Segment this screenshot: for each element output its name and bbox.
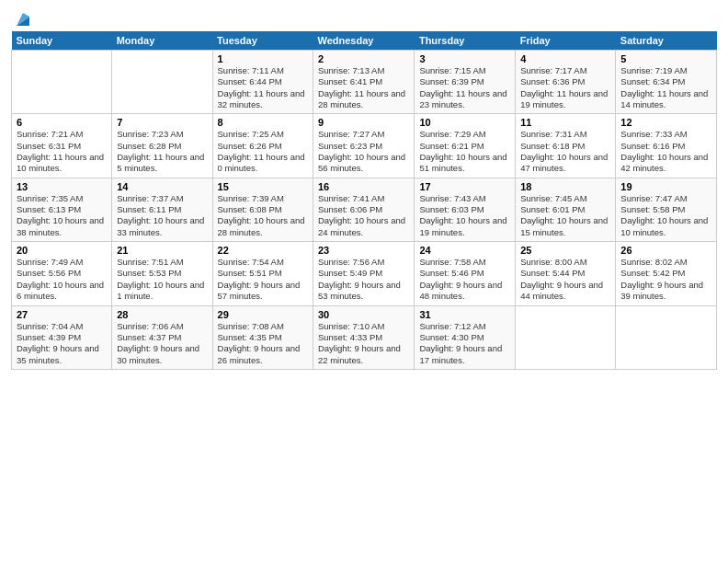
- calendar-cell-3-3: 23Sunrise: 7:56 AM Sunset: 5:49 PM Dayli…: [313, 242, 414, 305]
- calendar-cell-3-5: 25Sunrise: 8:00 AM Sunset: 5:44 PM Dayli…: [516, 242, 616, 305]
- calendar-cell-3-6: 26Sunrise: 8:02 AM Sunset: 5:42 PM Dayli…: [616, 242, 717, 305]
- cell-date: 11: [520, 117, 610, 128]
- calendar-cell-0-3: 2Sunrise: 7:13 AM Sunset: 6:41 PM Daylig…: [313, 51, 414, 114]
- cell-info: Sunrise: 7:11 AM Sunset: 6:44 PM Dayligh…: [218, 65, 308, 110]
- calendar-cell-4-2: 29Sunrise: 7:08 AM Sunset: 4:35 PM Dayli…: [212, 305, 313, 369]
- cell-info: Sunrise: 7:41 AM Sunset: 6:06 PM Dayligh…: [318, 193, 409, 238]
- cell-date: 26: [620, 245, 711, 256]
- calendar-row-4: 27Sunrise: 7:04 AM Sunset: 4:39 PM Dayli…: [12, 305, 717, 369]
- header-row: Sunday Monday Tuesday Wednesday Thursday…: [12, 31, 717, 51]
- cell-info: Sunrise: 7:27 AM Sunset: 6:23 PM Dayligh…: [318, 129, 409, 174]
- calendar-cell-0-6: 5Sunrise: 7:19 AM Sunset: 6:34 PM Daylig…: [616, 51, 717, 114]
- cell-info: Sunrise: 7:58 AM Sunset: 5:46 PM Dayligh…: [419, 257, 510, 302]
- cell-info: Sunrise: 7:54 AM Sunset: 5:51 PM Dayligh…: [218, 257, 308, 302]
- calendar-cell-2-1: 14Sunrise: 7:37 AM Sunset: 6:11 PM Dayli…: [112, 178, 212, 241]
- calendar-cell-3-1: 21Sunrise: 7:51 AM Sunset: 5:53 PM Dayli…: [112, 242, 212, 305]
- cell-info: Sunrise: 7:23 AM Sunset: 6:28 PM Dayligh…: [117, 129, 207, 174]
- cell-date: 9: [318, 117, 409, 128]
- cell-info: Sunrise: 8:02 AM Sunset: 5:42 PM Dayligh…: [620, 257, 711, 302]
- cell-date: 22: [218, 245, 308, 256]
- calendar-cell-1-1: 7Sunrise: 7:23 AM Sunset: 6:28 PM Daylig…: [112, 114, 212, 178]
- calendar-cell-0-4: 3Sunrise: 7:15 AM Sunset: 6:39 PM Daylig…: [415, 51, 516, 114]
- calendar-row-3: 20Sunrise: 7:49 AM Sunset: 5:56 PM Dayli…: [12, 242, 717, 305]
- calendar-cell-4-5: [516, 305, 616, 369]
- calendar-row-2: 13Sunrise: 7:35 AM Sunset: 6:13 PM Dayli…: [12, 178, 717, 241]
- calendar-cell-1-3: 9Sunrise: 7:27 AM Sunset: 6:23 PM Daylig…: [313, 114, 414, 178]
- cell-date: 20: [17, 245, 107, 256]
- cell-info: Sunrise: 7:33 AM Sunset: 6:16 PM Dayligh…: [620, 129, 711, 174]
- cell-date: 14: [117, 181, 207, 192]
- cell-date: 16: [318, 181, 409, 192]
- header-saturday: Saturday: [616, 31, 717, 51]
- calendar-cell-3-2: 22Sunrise: 7:54 AM Sunset: 5:51 PM Dayli…: [212, 242, 313, 305]
- calendar-cell-0-1: [112, 51, 212, 114]
- cell-info: Sunrise: 7:19 AM Sunset: 6:34 PM Dayligh…: [620, 65, 711, 110]
- cell-date: 23: [318, 245, 409, 256]
- cell-date: 15: [218, 181, 308, 192]
- calendar-cell-4-4: 31Sunrise: 7:12 AM Sunset: 4:30 PM Dayli…: [415, 305, 516, 369]
- logo-icon: [13, 9, 33, 29]
- cell-date: 12: [620, 117, 711, 128]
- cell-date: 21: [117, 245, 207, 256]
- calendar-cell-2-6: 19Sunrise: 7:47 AM Sunset: 5:58 PM Dayli…: [616, 178, 717, 241]
- header-monday: Monday: [112, 31, 212, 51]
- calendar-cell-0-5: 4Sunrise: 7:17 AM Sunset: 6:36 PM Daylig…: [516, 51, 616, 114]
- cell-date: 7: [117, 117, 207, 128]
- cell-date: 28: [117, 309, 207, 320]
- cell-info: Sunrise: 7:12 AM Sunset: 4:30 PM Dayligh…: [419, 321, 510, 366]
- calendar-page: Sunday Monday Tuesday Wednesday Thursday…: [0, 0, 728, 563]
- cell-info: Sunrise: 7:08 AM Sunset: 4:35 PM Dayligh…: [218, 321, 308, 366]
- cell-info: Sunrise: 8:00 AM Sunset: 5:44 PM Dayligh…: [520, 257, 610, 302]
- logo: [11, 9, 33, 26]
- cell-date: 25: [520, 245, 610, 256]
- calendar-cell-3-0: 20Sunrise: 7:49 AM Sunset: 5:56 PM Dayli…: [12, 242, 112, 305]
- calendar-cell-1-0: 6Sunrise: 7:21 AM Sunset: 6:31 PM Daylig…: [12, 114, 112, 178]
- cell-date: 30: [318, 309, 409, 320]
- calendar-cell-4-3: 30Sunrise: 7:10 AM Sunset: 4:33 PM Dayli…: [313, 305, 414, 369]
- header-sunday: Sunday: [12, 31, 112, 51]
- cell-date: 29: [218, 309, 308, 320]
- calendar-cell-2-4: 17Sunrise: 7:43 AM Sunset: 6:03 PM Dayli…: [415, 178, 516, 241]
- calendar-cell-1-4: 10Sunrise: 7:29 AM Sunset: 6:21 PM Dayli…: [415, 114, 516, 178]
- cell-date: 5: [620, 53, 711, 64]
- cell-info: Sunrise: 7:51 AM Sunset: 5:53 PM Dayligh…: [117, 257, 207, 302]
- cell-info: Sunrise: 7:49 AM Sunset: 5:56 PM Dayligh…: [17, 257, 107, 302]
- cell-date: 13: [17, 181, 107, 192]
- calendar-cell-4-0: 27Sunrise: 7:04 AM Sunset: 4:39 PM Dayli…: [12, 305, 112, 369]
- calendar-header: Sunday Monday Tuesday Wednesday Thursday…: [12, 31, 717, 51]
- calendar-cell-0-0: [12, 51, 112, 114]
- cell-info: Sunrise: 7:37 AM Sunset: 6:11 PM Dayligh…: [117, 193, 207, 238]
- cell-info: Sunrise: 7:06 AM Sunset: 4:37 PM Dayligh…: [117, 321, 207, 366]
- cell-info: Sunrise: 7:43 AM Sunset: 6:03 PM Dayligh…: [419, 193, 510, 238]
- cell-date: 8: [218, 117, 308, 128]
- calendar-body: 1Sunrise: 7:11 AM Sunset: 6:44 PM Daylig…: [12, 51, 717, 370]
- calendar-cell-4-6: [616, 305, 717, 369]
- cell-info: Sunrise: 7:04 AM Sunset: 4:39 PM Dayligh…: [17, 321, 107, 366]
- cell-date: 18: [520, 181, 610, 192]
- cell-date: 1: [218, 53, 308, 64]
- calendar-cell-2-2: 15Sunrise: 7:39 AM Sunset: 6:08 PM Dayli…: [212, 178, 313, 241]
- calendar-cell-2-0: 13Sunrise: 7:35 AM Sunset: 6:13 PM Dayli…: [12, 178, 112, 241]
- calendar-row-1: 6Sunrise: 7:21 AM Sunset: 6:31 PM Daylig…: [12, 114, 717, 178]
- cell-date: 2: [318, 53, 409, 64]
- cell-date: 31: [419, 309, 510, 320]
- cell-info: Sunrise: 7:45 AM Sunset: 6:01 PM Dayligh…: [520, 193, 610, 238]
- cell-date: 19: [620, 181, 711, 192]
- header-friday: Friday: [516, 31, 616, 51]
- cell-info: Sunrise: 7:10 AM Sunset: 4:33 PM Dayligh…: [318, 321, 409, 366]
- header: [11, 9, 717, 26]
- cell-info: Sunrise: 7:17 AM Sunset: 6:36 PM Dayligh…: [520, 65, 610, 110]
- cell-date: 3: [419, 53, 510, 64]
- cell-info: Sunrise: 7:47 AM Sunset: 5:58 PM Dayligh…: [620, 193, 711, 238]
- calendar-cell-3-4: 24Sunrise: 7:58 AM Sunset: 5:46 PM Dayli…: [415, 242, 516, 305]
- cell-info: Sunrise: 7:39 AM Sunset: 6:08 PM Dayligh…: [218, 193, 308, 238]
- cell-info: Sunrise: 7:15 AM Sunset: 6:39 PM Dayligh…: [419, 65, 510, 110]
- calendar-row-0: 1Sunrise: 7:11 AM Sunset: 6:44 PM Daylig…: [12, 51, 717, 114]
- header-thursday: Thursday: [415, 31, 516, 51]
- cell-info: Sunrise: 7:56 AM Sunset: 5:49 PM Dayligh…: [318, 257, 409, 302]
- cell-info: Sunrise: 7:31 AM Sunset: 6:18 PM Dayligh…: [520, 129, 610, 174]
- calendar-cell-2-3: 16Sunrise: 7:41 AM Sunset: 6:06 PM Dayli…: [313, 178, 414, 241]
- calendar-cell-4-1: 28Sunrise: 7:06 AM Sunset: 4:37 PM Dayli…: [112, 305, 212, 369]
- cell-info: Sunrise: 7:25 AM Sunset: 6:26 PM Dayligh…: [218, 129, 308, 174]
- cell-date: 27: [17, 309, 107, 320]
